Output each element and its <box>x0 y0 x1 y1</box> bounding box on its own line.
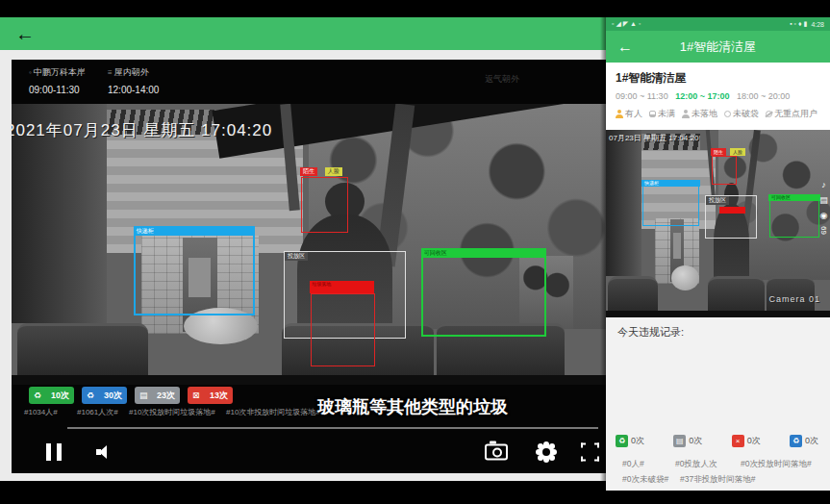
detection-box-face: 陌生 人脸 <box>301 177 348 233</box>
detection-box-person-zone: 投放区 <box>705 195 757 239</box>
view-schedule: ≡屋内朝外 12:00-14:00 <box>108 66 159 95</box>
status-label: 有人 <box>625 108 642 120</box>
detection-box-bins-zone: 可回收区 <box>421 248 546 337</box>
ground-drop-icon <box>682 110 690 118</box>
video-timestamp-overlay: 2021年07月23日 星期五 17:04:20 <box>12 119 272 141</box>
fill-level-icon <box>649 111 656 117</box>
statusbar-left-icons: ▫ ◢ ◤ ▲ ◦ <box>612 20 641 28</box>
site-label: 中鹏万科本岸 <box>34 67 86 77</box>
record-tag: #0人# <box>622 459 644 470</box>
record-tag: #0次未破袋# <box>622 474 668 486</box>
badge-other: ♻ 30次 <box>82 387 127 404</box>
view-label: 屋内朝外 <box>114 67 149 77</box>
back-arrow-icon[interactable]: ← <box>15 24 35 43</box>
main-video-scene[interactable]: 2021年07月23日 星期五 17:04:20 快递柜 陌生 人脸 投放区 垃… <box>12 104 606 385</box>
record-tag: #0投放人次 <box>675 459 717 470</box>
record-badge-green: ♻ 0次 <box>616 435 644 447</box>
view-prefix-icon: ≡ <box>108 68 113 77</box>
camera-name-label: Camera 01 <box>768 294 820 304</box>
station-name: 1#智能清洁屋 <box>616 70 830 87</box>
statusbar-right-icons: ▪ ▫ ♦ ▮ <box>790 20 807 28</box>
scene-trash-bag <box>671 265 699 290</box>
recycle-icon: ♻ <box>34 391 41 400</box>
player-controls <box>12 431 606 473</box>
live-camera-thumbnail[interactable]: 07月23日 星期五 17:04:20 快递柜 陌生 人脸 投放区 可回收区 ♪… <box>606 130 830 317</box>
station-info-card[interactable]: 1#智能清洁屋 09:00 ~ 11:30 12:00 ~ 17:00 18:0… <box>606 63 830 130</box>
site-prefix-icon: ◦ <box>29 68 32 77</box>
scene-left-wall <box>606 130 641 276</box>
site-schedule: ◦中鹏万科本岸 09:00-11:30 <box>29 66 86 95</box>
status-label: 未满 <box>658 108 675 120</box>
records-badges: ♻ 0次 ▤ 0次 × 0次 ♻ 0次 <box>616 435 818 447</box>
record-count: 0次 <box>689 435 702 447</box>
site-time: 09:00-11:30 <box>29 85 86 95</box>
record-count: 0次 <box>631 435 644 447</box>
status-label: 未落地 <box>692 108 717 120</box>
recycle-icon: ♻ <box>616 435 628 447</box>
back-arrow-icon[interactable]: ← <box>617 38 633 56</box>
face-tag-yellow: 人脸 <box>730 148 745 156</box>
time-slot: 09:00 ~ 11:30 <box>616 91 668 101</box>
face-tag-red: 陌生 <box>711 148 726 156</box>
left-app-bar: ← <box>0 17 606 50</box>
snapshot-button[interactable] <box>485 444 508 461</box>
pause-button[interactable] <box>46 443 62 461</box>
eye-icon: ◉ <box>820 211 828 220</box>
stat-tag: #10次投放时间垃圾落地# <box>129 407 215 417</box>
time-slot: 18:00 ~ 20:00 <box>737 91 790 101</box>
detection-label-bins-zone: 可回收区 <box>421 248 546 258</box>
bag-icon <box>724 111 731 117</box>
status-row: 有人 未满 未落地 未破袋 无重点用户 <box>616 108 830 120</box>
detection-box-bins-zone: 可回收区 <box>769 195 819 238</box>
faint-watermark-label: 返气朝外 <box>485 73 519 86</box>
record-count: 0次 <box>747 435 761 447</box>
badge-count: 10次 <box>51 390 69 402</box>
violation-records-card: 今天违规记录: ♻ 0次 ▤ 0次 × 0次 ♻ 0次 #0人# #0投放人次 … <box>606 317 830 491</box>
scene-floor <box>12 375 606 385</box>
badge-count: 23次 <box>157 390 175 402</box>
video-player-card: ◦中鹏万科本岸 09:00-11:30 ≡屋内朝外 12:00-14:00 返气… <box>12 60 606 473</box>
fullscreen-button[interactable] <box>581 443 599 462</box>
crossbox-icon: ⊠ <box>192 391 200 400</box>
quality-icon[interactable]: ▤ <box>819 195 828 205</box>
cross-icon: × <box>732 435 744 447</box>
records-title: 今天违规记录: <box>617 325 684 340</box>
person-icon <box>616 110 623 118</box>
violation-label-bar <box>719 207 745 214</box>
record-badge-blue: ♻ 0次 <box>790 435 818 447</box>
bin-icon: ▤ <box>673 435 686 447</box>
record-badge-gray: ▤ 0次 <box>673 435 702 447</box>
detection-label-locker: 快递柜 <box>641 180 700 187</box>
bin-icon: ▤ <box>139 391 148 400</box>
recycle-icon: ♻ <box>87 391 94 400</box>
video-header: ◦中鹏万科本岸 09:00-11:30 ≡屋内朝外 12:00-14:00 返气… <box>12 60 606 104</box>
violation-label-bar: 垃圾落地 <box>310 281 374 293</box>
stat-tag: #1034人# <box>24 407 58 417</box>
stat-tag: #1061人次# <box>77 407 118 417</box>
record-tag: #0次投放时间落地# <box>741 459 812 470</box>
android-status-bar: ▫ ◢ ◤ ▲ ◦ ▪ ▫ ♦ ▮ 4:28 <box>606 17 830 31</box>
garbage-stat-badges: ♻ 10次 ♻ 30次 ▤ 23次 ⊠ 13次 <box>29 387 233 404</box>
left-content-area: ◦中鹏万科本岸 09:00-11:30 ≡屋内朝外 12:00-14:00 返气… <box>0 50 606 481</box>
record-count: 0次 <box>805 435 818 447</box>
audio-icon[interactable]: ♪ <box>821 180 826 189</box>
volume-icon[interactable] <box>96 445 112 459</box>
video-progress-bar[interactable] <box>67 427 598 429</box>
schedule-row: 09:00 ~ 11:30 12:00 ~ 17:00 18:00 ~ 20:0… <box>616 91 830 101</box>
scene-floor <box>606 311 830 317</box>
detection-box-face: 陌生 人脸 <box>712 156 737 185</box>
statusbar-clock: 4:28 <box>811 21 824 28</box>
settings-gear-icon[interactable] <box>539 444 554 460</box>
thumbnail-side-toolbar: ♪ ▤ ◉ 69 <box>819 180 828 235</box>
detection-label-person-zone: 投放区 <box>706 196 729 205</box>
record-tag: #37非投放时间落地# <box>680 474 755 486</box>
face-tag-red: 陌生 <box>300 167 317 176</box>
detection-box-locker: 快递柜 <box>134 226 255 315</box>
record-badge-red: × 0次 <box>732 435 761 447</box>
status-label: 未破袋 <box>733 108 759 120</box>
face-tag-yellow: 人脸 <box>325 167 342 176</box>
video-subtitle: 玻璃瓶等其他类型的垃圾 <box>317 395 508 418</box>
status-label: 无重点用户 <box>774 108 817 120</box>
page-title: 1#智能清洁屋 <box>606 38 830 56</box>
badge-kitchen: ▤ 23次 <box>135 387 180 404</box>
